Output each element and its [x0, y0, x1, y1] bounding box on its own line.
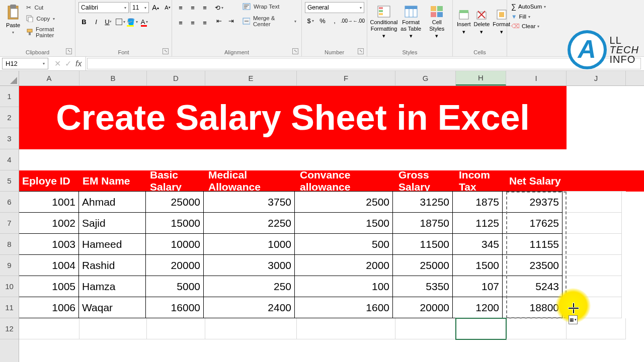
insert-button[interactable]: Insert▾ [456, 2, 472, 42]
cell-E11[interactable]: 2400 [203, 297, 295, 318]
cell-F8[interactable]: 500 [294, 233, 393, 255]
fx-icon[interactable]: fx [75, 59, 82, 68]
align-bottom-button[interactable]: ≡ [199, 2, 210, 13]
font-size-combo[interactable]: 11▾ [130, 2, 149, 13]
cut-button[interactable]: ✂ Cut [24, 3, 72, 12]
cell-A11[interactable]: 1006 [19, 297, 79, 318]
name-box[interactable]: H12▾ [2, 58, 48, 69]
decrease-indent-button[interactable]: ⇤ [213, 15, 224, 26]
cell-D7[interactable]: 15000 [145, 212, 204, 234]
cell-H10[interactable]: 107 [452, 276, 503, 297]
cell-I10[interactable]: 5243 [502, 276, 562, 297]
cell-G9[interactable]: 25000 [392, 254, 453, 276]
shrink-font-button[interactable]: A▾ [162, 2, 173, 13]
comma-button[interactable]: , [329, 15, 340, 26]
paste-button[interactable]: Paste ▾ [3, 2, 23, 37]
cell-A6[interactable]: 1001 [19, 191, 79, 213]
column-header-F[interactable]: F [297, 71, 395, 85]
font-color-button[interactable]: A [139, 16, 150, 27]
cell-I11[interactable]: 18800 [502, 297, 562, 318]
delete-button[interactable]: Delete▾ [473, 2, 491, 42]
cell-D10[interactable]: 5000 [145, 276, 204, 297]
cell-A10[interactable]: 1005 [19, 276, 79, 297]
font-dialog-icon[interactable]: ⤡ [163, 48, 169, 54]
cell-B7[interactable]: Sajid [78, 212, 146, 234]
header-cell-B[interactable]: EM Name [79, 170, 147, 192]
clipboard-dialog-icon[interactable]: ⤡ [66, 48, 72, 54]
increase-indent-button[interactable]: ⇥ [225, 15, 236, 26]
format-as-table-button[interactable]: Format as Table▾ [398, 2, 424, 42]
column-header-G[interactable]: G [395, 71, 456, 85]
row-header-11[interactable]: 11 [0, 297, 19, 318]
cell-F11[interactable]: 1600 [294, 297, 393, 318]
border-button[interactable] [115, 16, 126, 27]
cell-I8[interactable]: 11155 [502, 233, 562, 255]
cell-B6[interactable]: Ahmad [78, 191, 146, 213]
autofill-options-button[interactable]: ▦ [569, 315, 578, 324]
cell-D12[interactable] [147, 318, 205, 339]
cell-A7[interactable]: 1002 [19, 212, 79, 234]
fill-button[interactable]: ▼Fill▾ [510, 13, 531, 20]
conditional-formatting-button[interactable]: Conditional Formatting▾ [370, 2, 397, 42]
row-header-2[interactable]: 2 [0, 107, 19, 128]
select-all-corner[interactable] [0, 71, 19, 86]
column-header-E[interactable]: E [205, 71, 297, 85]
cell-A8[interactable]: 1003 [19, 233, 79, 255]
font-name-combo[interactable]: Calibri▾ [78, 2, 129, 13]
cell-J6[interactable] [562, 192, 622, 213]
clear-button[interactable]: ⌫Clear▾ [510, 22, 540, 30]
cell-I7[interactable]: 17625 [502, 212, 562, 234]
orientation-button[interactable]: ⟲ [213, 2, 224, 13]
cell-J8[interactable] [562, 234, 622, 255]
cell-B10[interactable]: Hamza [78, 276, 146, 297]
number-format-combo[interactable]: General▾ [305, 2, 364, 13]
row-header-6[interactable]: 6 [0, 192, 19, 213]
cancel-icon[interactable]: ✕ [54, 59, 61, 68]
increase-decimal-button[interactable]: .00→ [341, 15, 352, 26]
cell-I12[interactable] [506, 318, 567, 339]
column-header-H[interactable]: H [456, 71, 506, 85]
row-header-3[interactable]: 3 [0, 128, 19, 149]
cell-H8[interactable]: 345 [452, 233, 503, 255]
row-header-8[interactable]: 8 [0, 234, 19, 255]
cell-D8[interactable]: 10000 [145, 233, 204, 255]
enter-icon[interactable]: ✓ [65, 59, 71, 68]
cell-H12[interactable] [456, 318, 506, 339]
row-4-spacer[interactable] [19, 149, 644, 170]
header-cell-D[interactable]: Basic Salary [147, 170, 205, 192]
merge-center-button[interactable]: Merge & Center ▾ [240, 14, 298, 28]
cell-E6[interactable]: 3750 [203, 191, 295, 213]
cell-J7[interactable] [562, 213, 622, 234]
cell-G6[interactable]: 31250 [392, 191, 453, 213]
column-header-A[interactable]: A [19, 71, 79, 85]
underline-button[interactable]: U▾ [103, 16, 114, 27]
cell-F10[interactable]: 100 [294, 276, 393, 297]
cell-F6[interactable]: 2500 [294, 191, 393, 213]
grow-font-button[interactable]: A▴ [150, 2, 161, 13]
cell-G8[interactable]: 11500 [392, 233, 453, 255]
cell-D6[interactable]: 25000 [145, 191, 204, 213]
column-header-I[interactable]: I [506, 71, 567, 85]
column-header-B[interactable]: B [79, 71, 147, 85]
cell-J9[interactable] [562, 255, 622, 276]
cell-B12[interactable] [79, 318, 147, 339]
cell-D9[interactable]: 20000 [145, 254, 204, 276]
wrap-text-button[interactable]: Wrap Text [240, 2, 298, 11]
column-header-J[interactable]: J [567, 71, 626, 85]
cell-E8[interactable]: 1000 [203, 233, 295, 255]
row-header-10[interactable]: 10 [0, 276, 19, 297]
percent-button[interactable]: % [317, 15, 328, 26]
italic-button[interactable]: I [91, 16, 102, 27]
cell-J10[interactable] [562, 276, 622, 297]
cell-H6[interactable]: 1875 [452, 191, 503, 213]
cell-E12[interactable] [205, 318, 297, 339]
header-cell-H[interactable]: Incom Tax [456, 170, 506, 192]
header-cell-G[interactable]: Gross Salary [395, 170, 456, 192]
row-header-9[interactable]: 9 [0, 255, 19, 276]
row-header-12[interactable]: 12 [0, 318, 19, 339]
cell-A9[interactable]: 1004 [19, 254, 79, 276]
row-header-1[interactable]: 1 [0, 86, 19, 107]
cell-F12[interactable] [297, 318, 395, 339]
cell-G12[interactable] [395, 318, 456, 339]
align-top-button[interactable]: ≡ [175, 2, 186, 13]
